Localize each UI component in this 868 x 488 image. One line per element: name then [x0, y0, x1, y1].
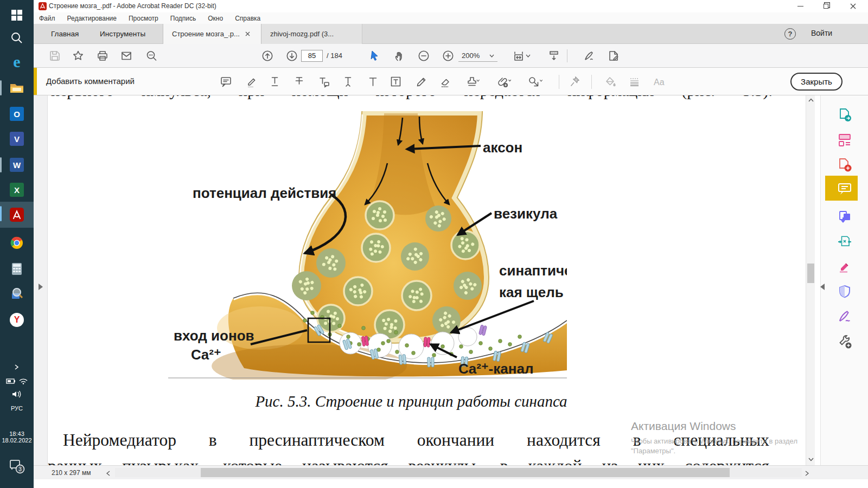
close-button[interactable] — [844, 0, 862, 12]
insert-text-icon[interactable] — [342, 75, 355, 88]
fill-color-icon[interactable] — [604, 75, 617, 88]
taskbar-explorer-button[interactable] — [0, 76, 34, 100]
tool-redact-highlight[interactable] — [826, 256, 863, 278]
notification-center-button[interactable]: 3 — [0, 454, 34, 478]
pin-icon[interactable] — [569, 75, 582, 88]
attach-file-icon[interactable] — [496, 75, 514, 88]
replace-text-icon[interactable] — [317, 75, 330, 88]
edit-page-icon[interactable] — [608, 50, 620, 62]
chevron-down-icon — [489, 54, 494, 57]
taskbar-acrobat-button[interactable] — [0, 202, 34, 228]
taskbar-visio-button[interactable]: V — [0, 127, 34, 151]
main-toolbar: 85 / 184 200% — [34, 44, 868, 68]
underline-text-icon[interactable] — [269, 75, 282, 88]
restore-button[interactable] — [816, 0, 835, 12]
star-favorites-icon[interactable] — [72, 50, 84, 62]
tool-create-pdf[interactable] — [826, 154, 863, 176]
taskbar-excel-button[interactable]: X — [0, 178, 34, 202]
minimize-button[interactable] — [791, 0, 809, 12]
collapse-panel-icon[interactable] — [820, 283, 825, 291]
help-icon[interactable]: ? — [784, 28, 796, 40]
expand-left-panel-icon[interactable] — [38, 283, 43, 291]
menu-view[interactable]: Просмотр — [129, 15, 158, 22]
vertical-scrollbar[interactable] — [806, 95, 815, 465]
print-icon[interactable] — [97, 50, 108, 62]
tab-document-active[interactable]: Строение мозга_.p... — [163, 24, 261, 44]
line-weight-icon[interactable] — [628, 75, 641, 88]
horizontal-scroll-thumb[interactable] — [201, 468, 730, 477]
font-style-icon[interactable]: Aa — [653, 75, 669, 88]
pdf-page[interactable]: нервного импульса, при помощи которого п… — [48, 95, 806, 465]
taskbar-yandex-button[interactable]: Y — [0, 308, 34, 332]
scroll-down-icon[interactable] — [808, 458, 814, 461]
select-tool-icon[interactable] — [369, 50, 381, 62]
hand-tool-icon[interactable] — [394, 50, 406, 62]
menu-edit[interactable]: Редактирование — [67, 15, 117, 22]
menu-help[interactable]: Справка — [235, 15, 260, 22]
taskbar-edge-button[interactable]: e — [0, 50, 34, 74]
fit-page-icon[interactable] — [548, 50, 560, 62]
fit-width-icon[interactable] — [513, 50, 525, 62]
label-vesicle: везикула — [494, 206, 558, 222]
language-indicator[interactable]: РУС — [0, 402, 34, 414]
label-action-potential: потенциал действия — [193, 185, 336, 201]
magnifier-app-icon — [10, 287, 24, 301]
tab-document-other[interactable]: zhivoj-mozg.pdf (3... — [261, 24, 362, 44]
tool-export-pdf[interactable] — [826, 104, 863, 126]
add-text-icon[interactable] — [367, 75, 380, 88]
taskbar-word-button[interactable]: W — [0, 153, 34, 177]
taskbar-search-app-button[interactable] — [0, 282, 34, 306]
find-icon[interactable] — [145, 50, 157, 62]
drawing-shapes-icon[interactable] — [527, 75, 545, 88]
page-number-input[interactable]: 85 — [301, 50, 323, 62]
notification-icon: 3 — [9, 459, 25, 474]
save-icon[interactable] — [49, 50, 61, 62]
zoom-out-icon[interactable] — [418, 50, 430, 62]
tool-more-tools[interactable] — [826, 331, 863, 352]
taskbar-volume[interactable] — [0, 387, 34, 401]
chevron-down-icon[interactable] — [526, 50, 531, 62]
comment-accent-bar — [34, 68, 37, 95]
taskbar-chevron[interactable] — [0, 360, 34, 374]
tool-combine-files[interactable] — [826, 206, 863, 228]
strikethrough-text-icon[interactable] — [293, 75, 306, 88]
tool-compress-pdf[interactable] — [826, 231, 863, 253]
taskbar-outlook-button[interactable]: O — [0, 102, 34, 126]
vertical-scroll-thumb[interactable] — [807, 264, 814, 283]
close-tab-icon[interactable] — [245, 31, 250, 36]
zoom-level-select[interactable]: 200% — [458, 50, 497, 62]
taskbar-search-button[interactable] — [0, 26, 34, 50]
taskbar-chrome-button[interactable] — [0, 231, 34, 255]
tool-fill-sign[interactable] — [826, 306, 863, 328]
close-comment-toolbar-button[interactable]: Закрыть — [790, 73, 843, 91]
scroll-right-icon[interactable] — [805, 471, 809, 476]
menu-window[interactable]: Окно — [208, 15, 223, 22]
tab-home[interactable]: Главная — [43, 24, 86, 44]
highlight-text-icon[interactable] — [245, 75, 258, 88]
tool-organize-pages[interactable] — [826, 129, 863, 151]
text-box-icon[interactable] — [390, 75, 403, 88]
menu-file[interactable]: Файл — [39, 15, 55, 22]
next-page-icon[interactable] — [286, 50, 298, 62]
zoom-in-icon[interactable] — [442, 50, 454, 62]
email-icon[interactable] — [120, 50, 132, 62]
stamp-icon[interactable] — [465, 75, 483, 88]
tab-tools[interactable]: Инструменты — [92, 24, 153, 44]
taskbar-clock[interactable]: 18:43 18.02.2022 — [0, 427, 34, 447]
scroll-up-icon[interactable] — [808, 98, 814, 102]
sign-pen-icon[interactable] — [583, 50, 595, 62]
taskbar-tray[interactable] — [0, 374, 34, 388]
scroll-left-icon[interactable] — [106, 471, 110, 476]
start-button[interactable] — [0, 3, 34, 27]
file-explorer-icon — [9, 81, 24, 94]
eraser-icon[interactable] — [439, 75, 452, 88]
sticky-note-icon[interactable] — [220, 75, 233, 88]
tool-protect[interactable] — [826, 281, 863, 303]
menu-sign[interactable]: Подпись — [170, 15, 196, 22]
tool-comment[interactable] — [826, 178, 863, 200]
horizontal-scrollbar[interactable] — [115, 468, 802, 477]
sign-in-button[interactable]: Войти — [811, 29, 832, 37]
previous-page-icon[interactable] — [261, 50, 273, 62]
draw-pencil-icon[interactable] — [415, 75, 428, 88]
taskbar-calculator-button[interactable] — [0, 257, 34, 281]
